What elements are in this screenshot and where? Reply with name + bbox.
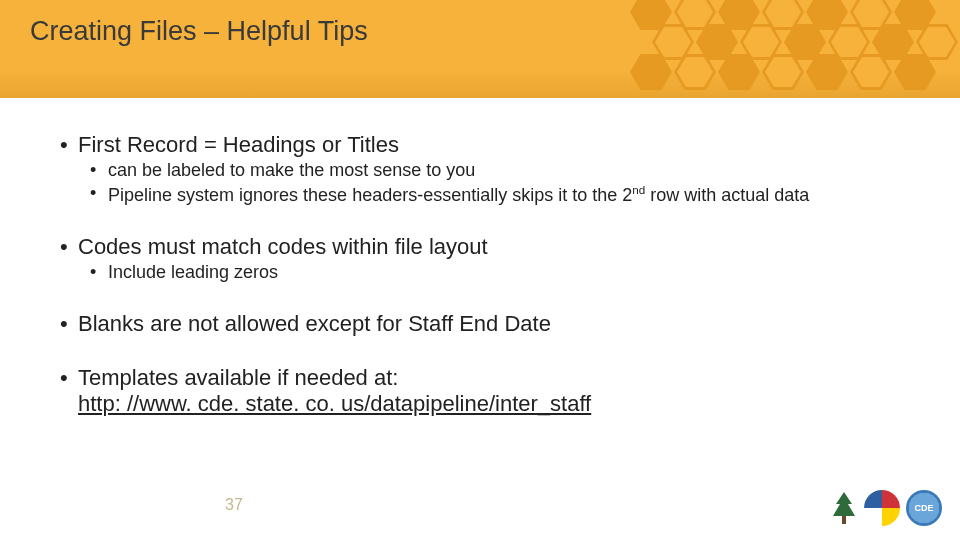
bullet-text: Blanks are not allowed except for Staff … (78, 311, 551, 336)
slide-body: •First Record = Headings or Titles •can … (60, 118, 930, 417)
bullet-marker: • (60, 234, 78, 260)
bullet-spacer (60, 391, 78, 417)
bullet-text-pre: Pipeline system ignores these headers-es… (108, 185, 632, 205)
slide-header: Creating Files – Helpful Tips (0, 0, 960, 98)
bullet-marker: • (90, 160, 108, 181)
svg-rect-1 (842, 516, 846, 524)
svg-marker-0 (833, 492, 855, 516)
bullet-text: Codes must match codes within file layou… (78, 234, 488, 259)
tree-logo-icon (830, 490, 858, 526)
bullet-marker: • (90, 183, 108, 204)
template-link[interactable]: http: //www. cde. state. co. us/datapipe… (78, 391, 591, 416)
bullet-level1: •Codes must match codes within file layo… (60, 234, 930, 260)
footer-logos: CDE (830, 490, 942, 526)
bullet-level1: •First Record = Headings or Titles (60, 132, 930, 158)
bullet-text: First Record = Headings or Titles (78, 132, 399, 157)
bullet-text: Templates available if needed at: (78, 365, 398, 390)
bullet-text: Include leading zeros (108, 262, 278, 282)
colorado-logo-icon (864, 490, 900, 526)
bullet-level1: •Blanks are not allowed except for Staff… (60, 311, 930, 337)
bullet-level2: •can be labeled to make the most sense t… (90, 160, 930, 181)
bullet-level1: •Templates available if needed at: http:… (60, 365, 930, 417)
bullet-marker: • (60, 311, 78, 337)
bullet-level2: •Pipeline system ignores these headers-e… (90, 183, 930, 206)
slide-title: Creating Files – Helpful Tips (30, 16, 368, 47)
superscript: nd (632, 183, 645, 196)
cde-logo-text: CDE (914, 503, 933, 513)
bullet-text-post: row with actual data (645, 185, 809, 205)
page-number: 37 (225, 496, 243, 514)
bullet-marker: • (90, 262, 108, 283)
bullet-marker: • (60, 132, 78, 158)
bullet-text: can be labeled to make the most sense to… (108, 160, 475, 180)
cde-logo-icon: CDE (906, 490, 942, 526)
honeycomb-decoration (620, 0, 960, 98)
bullet-marker: • (60, 365, 78, 391)
bullet-level2: •Include leading zeros (90, 262, 930, 283)
